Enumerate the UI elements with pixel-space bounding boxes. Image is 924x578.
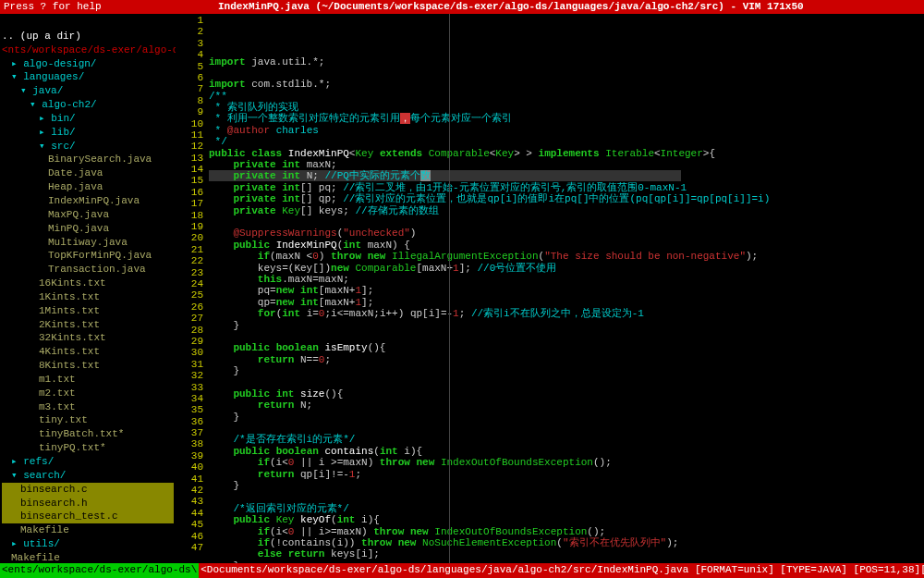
code-line[interactable]: pq=new int[maxN+1];	[209, 284, 924, 295]
line-number: 41	[176, 473, 203, 484]
code-line[interactable]: import com.stdlib.*;	[209, 78, 924, 89]
code-line[interactable]: */	[209, 135, 924, 146]
tree-item[interactable]: MaxPQ.java	[2, 208, 174, 222]
tree-item[interactable]: languages/	[2, 70, 174, 84]
tree-item[interactable]: Date.java	[2, 166, 174, 180]
code-line[interactable]	[209, 422, 924, 433]
code-line[interactable]: for(int i=0;i<=maxN;i++) qp[i]=-1; //索引i…	[209, 307, 924, 318]
tree-item[interactable]: refs/	[2, 455, 174, 469]
code-line[interactable]	[209, 490, 924, 501]
tree-item[interactable]: IndexMinPQ.java	[2, 194, 174, 208]
editor-pane[interactable]: 1234567891011121314151617181920212223242…	[176, 14, 924, 563]
code-line[interactable]	[209, 330, 924, 341]
tree-item[interactable]: tiny.txt	[2, 413, 174, 427]
code-line[interactable]: /*是否存在索引i的元素*/	[209, 433, 924, 444]
code-line[interactable]: public int size(){	[209, 387, 924, 399]
status-line: <ents/workspace/ds-exer/algo-ds\ <Docume…	[0, 563, 924, 578]
code-line[interactable]: return N==0;	[209, 353, 924, 364]
tree-item[interactable]: 1Kints.txt	[2, 290, 174, 304]
code-line[interactable]	[209, 375, 924, 387]
file-tree[interactable]: .. (up a dir)<nts/workspace/ds-exer/algo…	[0, 14, 176, 563]
code-line[interactable]: public boolean contains(int i){	[209, 445, 924, 456]
help-hint: Press ? for help	[4, 0, 102, 14]
code-line[interactable]: if(i<0 || i>=maxN) throw new IndexOutOfB…	[209, 525, 924, 536]
code-line[interactable]: }	[209, 411, 924, 422]
code-line[interactable]: private Key[] keys; //存储元素的数组	[209, 204, 924, 215]
tree-item[interactable]: TopKForMinPQ.java	[2, 249, 174, 263]
line-number: 4	[176, 48, 203, 59]
tree-item[interactable]: Transaction.java	[2, 263, 174, 277]
tree-item[interactable]: Heap.java	[2, 180, 174, 194]
code-line[interactable]: private int[] qp; //索引对应的元素位置，也就是qp[i]的值…	[209, 192, 924, 203]
code-line[interactable]: public IndexMinPQ(int maxN) {	[209, 239, 924, 250]
code-line[interactable]	[209, 215, 924, 227]
code-line[interactable]: if(!contains(i)) throw new NoSuchElement…	[209, 536, 924, 547]
tree-item[interactable]: m2.txt	[2, 387, 174, 400]
line-number: 27	[176, 312, 203, 323]
code-line[interactable]: /**	[209, 90, 924, 101]
tree-item[interactable]: MinPQ.java	[2, 222, 174, 236]
code-line[interactable]: private int maxN;	[209, 158, 924, 169]
tree-item[interactable]: Makefile	[2, 551, 174, 563]
tree-item[interactable]: 2Kints.txt	[2, 318, 174, 332]
line-number: 7	[176, 82, 203, 93]
tree-item[interactable]: Makefile	[2, 523, 174, 537]
code-line[interactable]: import java.util.*;	[209, 55, 924, 67]
code-line[interactable]: }	[209, 319, 924, 330]
code-line[interactable]: public Key keyOf(int i){	[209, 513, 924, 524]
code-line[interactable]: if(maxN <0) throw new IllegalArgumentExc…	[209, 250, 924, 261]
tree-item[interactable]: Multiway.java	[2, 236, 174, 250]
tree-item[interactable]: 16Kints.txt	[2, 277, 174, 290]
tree-item[interactable]: src/	[2, 140, 174, 154]
code-line[interactable]: public class IndexMinPQ<Key extends Comp…	[209, 147, 924, 158]
line-number: 6	[176, 71, 203, 82]
code-line[interactable]: keys=(Key[])new Comparable[maxN+1]; //0号…	[209, 262, 924, 273]
tree-item[interactable]: tinyBatch.txt*	[2, 427, 174, 441]
source-code[interactable]: import java.util.*;import com.stdlib.*;/…	[209, 14, 924, 563]
code-line[interactable]: * 索引队列的实现	[209, 101, 924, 112]
code-line[interactable]: }	[209, 364, 924, 375]
window-title: IndexMinPQ.java (~/Documents/workspace/d…	[102, 0, 920, 14]
line-number: 1	[176, 14, 203, 25]
line-number: 13	[176, 152, 203, 163]
tree-item[interactable]: bin/	[2, 112, 174, 126]
code-line[interactable]: public boolean isEmpty(){	[209, 341, 924, 352]
code-line[interactable]: return N;	[209, 399, 924, 410]
tree-item[interactable]: search/	[2, 469, 174, 483]
tree-item[interactable]: 4Kints.txt	[2, 345, 174, 359]
line-number: 9	[176, 105, 203, 117]
tree-item[interactable]: tinyPQ.txt*	[2, 441, 174, 455]
tree-item[interactable]: binsearch.h	[2, 497, 174, 510]
code-line[interactable]: * 利用一个整数索引对应特定的元素引用，每个元素对应一个索引	[209, 112, 924, 123]
tree-item[interactable]: 8Kints.txt	[2, 359, 174, 373]
code-line[interactable]: this.maxN=maxN;	[209, 273, 924, 284]
line-number: 14	[176, 163, 203, 174]
tree-item[interactable]: m1.txt	[2, 373, 174, 387]
code-line[interactable]	[209, 67, 924, 78]
tree-item[interactable]: binsearch.c	[2, 483, 174, 497]
tree-item[interactable]: BinarySearch.java	[2, 153, 174, 166]
code-line[interactable]: return qp[i]!=-1;	[209, 468, 924, 479]
tree-item[interactable]: 32Kints.txt	[2, 331, 174, 345]
code-line[interactable]: private int N; //PQ中实际的元素个数	[209, 169, 924, 180]
tree-item[interactable]: 1Mints.txt	[2, 304, 174, 318]
tree-item[interactable]: algo-ch2/	[2, 98, 174, 112]
tree-item[interactable]: java/	[2, 84, 174, 98]
tree-item[interactable]: utils/	[2, 537, 174, 551]
tree-item[interactable]: <nts/workspace/ds-exer/algo-ds/	[2, 43, 174, 57]
tree-item[interactable]: lib/	[2, 126, 174, 140]
tree-item[interactable]: binsearch_test.c	[2, 510, 174, 523]
code-line[interactable]: if(i<0 || i >=maxN) throw new IndexOutOf…	[209, 456, 924, 467]
code-line[interactable]: @SuppressWarnings("unchecked")	[209, 227, 924, 238]
tree-item[interactable]: m3.txt	[2, 400, 174, 414]
tree-item[interactable]: .. (up a dir)	[2, 30, 174, 43]
code-line[interactable]: else return keys[i];	[209, 547, 924, 559]
line-number: 30	[176, 346, 203, 357]
code-line[interactable]: /*返回索引对应的元素*/	[209, 502, 924, 513]
tree-item[interactable]: algo-design/	[2, 57, 174, 71]
code-line[interactable]: }	[209, 479, 924, 490]
code-line[interactable]: qp=new int[maxN+1];	[209, 296, 924, 307]
code-line[interactable]: * @author charles	[209, 124, 924, 135]
code-line[interactable]: }	[209, 560, 924, 563]
code-line[interactable]: private int[] pq; //索引二叉堆，由1开始-元素位置对应的索引…	[209, 181, 924, 192]
